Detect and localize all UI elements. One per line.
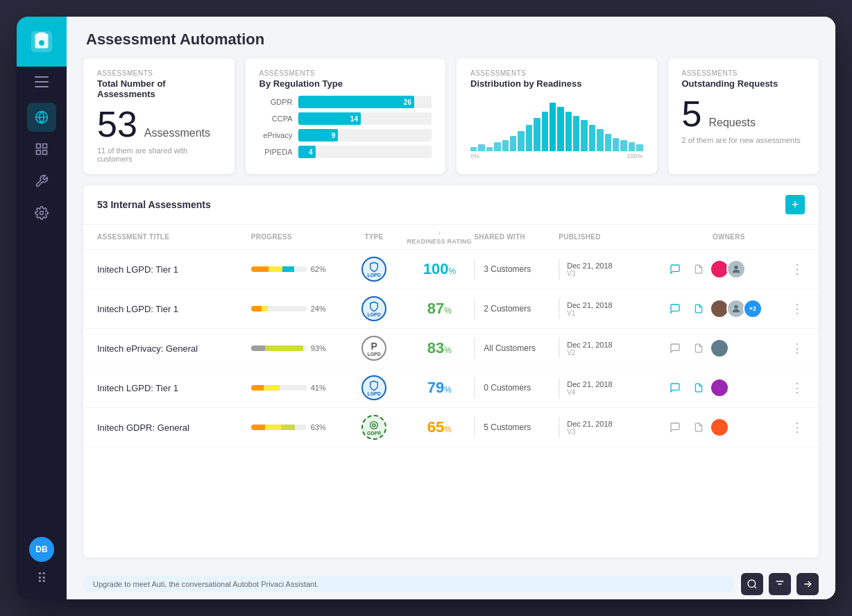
dist-bar <box>526 125 532 151</box>
type-badge[interactable]: PLGPD <box>343 336 405 361</box>
forward-bottom-icon[interactable] <box>796 573 819 595</box>
svg-point-17 <box>748 580 756 588</box>
table-body: Initech LGPD: Tier 162%LGPD100%3 Custome… <box>83 250 819 558</box>
dist-bar <box>597 129 603 151</box>
dist-bar <box>613 138 619 151</box>
chat-icon[interactable] <box>666 418 684 436</box>
stat-card-total-label: Assessments <box>97 69 221 77</box>
page-title: Assessment Automation <box>86 31 816 49</box>
user-avatar[interactable]: DB <box>29 537 54 562</box>
add-assessment-button[interactable]: + <box>785 195 805 214</box>
row-more-menu[interactable]: ⋮ <box>790 420 805 435</box>
document-icon[interactable] <box>690 339 708 357</box>
stat-card-outstanding-label: Assessments <box>682 69 806 77</box>
row-more-menu[interactable]: ⋮ <box>790 262 805 277</box>
search-bottom-icon[interactable] <box>741 573 763 595</box>
dist-bar <box>478 144 484 151</box>
stat-card-outstanding: Assessments Outstanding Requests 5 Reque… <box>668 58 819 174</box>
svg-point-16 <box>373 424 375 427</box>
dist-bar <box>636 144 642 151</box>
chat-icon[interactable] <box>666 379 684 397</box>
outstanding-number: 5 <box>682 96 702 132</box>
customers-cell: All Customers <box>474 338 559 359</box>
owners-cell <box>713 259 790 279</box>
assessment-name: Initech LGPD: Tier 1 <box>97 383 251 393</box>
table-row: Initech ePrivacy: General93%PLGPD83%All … <box>83 329 819 368</box>
readiness-cell: 65% <box>404 418 474 436</box>
regulation-bar-chart: GDPR 26 CCPA 14 ePrivacy 9 PIPEDA 4 <box>259 96 432 158</box>
col-type: Type <box>343 229 405 245</box>
dist-bar <box>620 140 627 151</box>
filter-bottom-icon[interactable] <box>769 573 791 595</box>
document-icon[interactable] <box>690 260 708 278</box>
svg-point-15 <box>370 421 378 429</box>
page-header: Assessment Automation <box>67 17 835 58</box>
chat-upgrade-message: Upgrade to meet Auti, the conversational… <box>83 576 734 592</box>
svg-rect-9 <box>43 144 47 148</box>
stat-card-total-title: Total Number of Assessments <box>97 78 221 99</box>
document-icon[interactable] <box>690 379 708 397</box>
dist-bar <box>542 112 548 151</box>
readiness-cell: 83% <box>404 339 474 357</box>
type-badge[interactable]: LGPD <box>343 257 405 282</box>
stat-card-dist-label: Assessments <box>470 69 643 77</box>
owners-cell: +2 <box>713 299 790 318</box>
published-cell: Dec 21, 2018V3 <box>559 259 666 280</box>
owners-cell <box>713 418 790 437</box>
sidebar-item-network[interactable] <box>27 103 56 132</box>
col-menu <box>790 229 805 245</box>
chat-icon[interactable] <box>666 339 684 357</box>
published-cell: Dec 21, 2018V1 <box>559 298 666 319</box>
row-more-menu[interactable]: ⋮ <box>790 380 805 395</box>
stat-card-total: Assessments Total Number of Assessments … <box>83 58 235 174</box>
svg-rect-11 <box>43 151 47 155</box>
svg-rect-2 <box>37 33 45 37</box>
progress-cell: 63% <box>251 423 343 431</box>
col-assessment-title: Assessment Title <box>97 229 251 245</box>
total-number: 53 <box>97 106 137 142</box>
type-badge[interactable]: GDPR <box>343 415 405 440</box>
readiness-cell: 87% <box>404 300 474 318</box>
sidebar-item-settings[interactable] <box>27 198 56 228</box>
progress-cell: 93% <box>251 344 343 352</box>
dist-bar <box>605 134 611 151</box>
chat-icon[interactable] <box>666 300 684 318</box>
more-options-icon[interactable]: ⠿ <box>29 566 54 591</box>
main-content: Assessment Automation Assessments Total … <box>67 17 835 599</box>
outstanding-sub: 2 of them are for new assessments <box>682 136 806 144</box>
dist-bar <box>510 136 516 151</box>
assessment-name: Initech LGPD: Tier 1 <box>97 264 251 275</box>
owners-cell <box>713 378 790 397</box>
type-badge[interactable]: LGPD <box>343 296 405 321</box>
document-icon[interactable] <box>690 300 708 318</box>
svg-rect-5 <box>35 81 49 83</box>
owner-avatar <box>710 378 729 397</box>
row-more-menu[interactable]: ⋮ <box>790 341 805 356</box>
type-badge[interactable]: LGPD <box>343 375 405 400</box>
col-icon2 <box>690 229 713 245</box>
progress-cell: 24% <box>251 305 343 313</box>
sidebar-item-dashboard[interactable] <box>27 135 56 164</box>
customers-cell: 0 Customers <box>474 377 559 398</box>
col-progress: Progress <box>251 229 343 245</box>
bar-row-gdpr: GDPR 26 <box>259 96 432 108</box>
col-icon1 <box>666 229 689 245</box>
svg-point-12 <box>40 212 44 215</box>
table-columns: Assessment Title Progress Type ↓Readines… <box>83 225 819 250</box>
logo[interactable] <box>17 17 67 67</box>
document-icon[interactable] <box>690 418 708 436</box>
sidebar-bottom: DB ⠿ <box>29 537 54 599</box>
chat-icon[interactable] <box>666 260 684 278</box>
outstanding-unit: Requests <box>708 117 756 129</box>
dist-bar <box>557 107 563 151</box>
svg-rect-8 <box>37 144 41 148</box>
owner-avatar <box>710 339 729 358</box>
bar-row-pipeda: PIPEDA 4 <box>259 146 432 158</box>
distribution-chart <box>470 96 643 151</box>
stat-card-regulation-label: Assessments <box>259 69 432 77</box>
readiness-cell: 100% <box>404 260 474 278</box>
row-more-menu[interactable]: ⋮ <box>790 301 805 316</box>
table-title: 53 Internal Assessments <box>97 199 211 210</box>
hamburger-icon[interactable] <box>17 67 67 97</box>
sidebar-item-tools[interactable] <box>27 166 56 196</box>
